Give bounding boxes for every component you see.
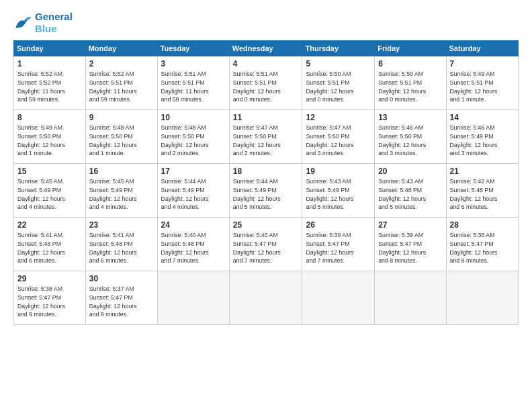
day-info: Sunrise: 5:49 AM Sunset: 5:51 PM Dayligh… [450, 70, 515, 104]
day-info: Sunrise: 5:38 AM Sunset: 5:47 PM Dayligh… [17, 285, 82, 319]
calendar-cell: 28Sunrise: 5:38 AM Sunset: 5:47 PM Dayli… [446, 218, 518, 271]
calendar-header-saturday: Saturday [446, 41, 518, 56]
calendar-cell: 16Sunrise: 5:45 AM Sunset: 5:49 PM Dayli… [85, 164, 157, 218]
day-number: 22 [17, 220, 82, 230]
day-number: 26 [306, 220, 371, 230]
calendar-cell: 23Sunrise: 5:41 AM Sunset: 5:48 PM Dayli… [85, 218, 157, 271]
day-info: Sunrise: 5:43 AM Sunset: 5:48 PM Dayligh… [378, 177, 442, 212]
calendar-cell: 6Sunrise: 5:50 AM Sunset: 5:51 PM Daylig… [375, 56, 446, 110]
calendar-cell: 24Sunrise: 5:40 AM Sunset: 5:48 PM Dayli… [157, 218, 229, 271]
calendar-cell: 12Sunrise: 5:47 AM Sunset: 5:50 PM Dayli… [302, 110, 375, 164]
day-info: Sunrise: 5:42 AM Sunset: 5:48 PM Dayligh… [450, 177, 515, 212]
day-info: Sunrise: 5:38 AM Sunset: 5:47 PM Dayligh… [450, 231, 515, 265]
calendar-week-row: 29Sunrise: 5:38 AM Sunset: 5:47 PM Dayli… [14, 271, 519, 325]
day-number: 23 [89, 220, 154, 230]
day-info: Sunrise: 5:41 AM Sunset: 5:48 PM Dayligh… [17, 231, 82, 265]
day-number: 1 [17, 59, 82, 68]
day-number: 17 [161, 167, 226, 176]
day-number: 21 [450, 167, 515, 176]
calendar-week-row: 1Sunrise: 5:52 AM Sunset: 5:52 PM Daylig… [14, 56, 519, 110]
day-info: Sunrise: 5:50 AM Sunset: 5:51 PM Dayligh… [306, 70, 371, 104]
day-info: Sunrise: 5:46 AM Sunset: 5:49 PM Dayligh… [450, 124, 515, 158]
day-number: 28 [450, 220, 515, 230]
day-number: 29 [17, 274, 82, 283]
day-number: 12 [306, 113, 371, 122]
day-info: Sunrise: 5:39 AM Sunset: 5:47 PM Dayligh… [378, 231, 442, 265]
day-info: Sunrise: 5:48 AM Sunset: 5:50 PM Dayligh… [161, 124, 226, 158]
calendar-cell: 27Sunrise: 5:39 AM Sunset: 5:47 PM Dayli… [375, 218, 446, 271]
calendar-cell [229, 271, 302, 325]
day-number: 16 [89, 167, 154, 176]
day-info: Sunrise: 5:44 AM Sunset: 5:49 PM Dayligh… [161, 177, 226, 212]
day-number: 20 [378, 167, 442, 176]
calendar-cell: 4Sunrise: 5:51 AM Sunset: 5:51 PM Daylig… [229, 56, 302, 110]
day-number: 4 [233, 59, 299, 68]
day-number: 13 [378, 113, 442, 122]
calendar-cell: 9Sunrise: 5:48 AM Sunset: 5:50 PM Daylig… [85, 110, 157, 164]
calendar-cell: 13Sunrise: 5:46 AM Sunset: 5:50 PM Dayli… [375, 110, 446, 164]
calendar-header-sunday: Sunday [14, 41, 86, 56]
day-info: Sunrise: 5:51 AM Sunset: 5:51 PM Dayligh… [233, 70, 299, 104]
day-info: Sunrise: 5:51 AM Sunset: 5:51 PM Dayligh… [161, 70, 226, 104]
day-info: Sunrise: 5:45 AM Sunset: 5:49 PM Dayligh… [89, 177, 154, 212]
day-number: 18 [233, 167, 299, 176]
logo: General Blue [13, 11, 73, 35]
calendar-header-thursday: Thursday [302, 41, 375, 56]
day-info: Sunrise: 5:40 AM Sunset: 5:48 PM Dayligh… [161, 231, 226, 265]
calendar-cell: 29Sunrise: 5:38 AM Sunset: 5:47 PM Dayli… [14, 271, 86, 325]
calendar-cell: 10Sunrise: 5:48 AM Sunset: 5:50 PM Dayli… [157, 110, 229, 164]
calendar-cell: 5Sunrise: 5:50 AM Sunset: 5:51 PM Daylig… [302, 56, 375, 110]
day-number: 3 [161, 59, 226, 68]
day-number: 7 [450, 59, 515, 68]
day-number: 14 [450, 113, 515, 122]
calendar-cell: 2Sunrise: 5:52 AM Sunset: 5:51 PM Daylig… [85, 56, 157, 110]
calendar-week-row: 15Sunrise: 5:45 AM Sunset: 5:49 PM Dayli… [14, 164, 519, 218]
calendar-cell: 14Sunrise: 5:46 AM Sunset: 5:49 PM Dayli… [446, 110, 518, 164]
calendar-cell [375, 271, 446, 325]
calendar-header-monday: Monday [85, 41, 157, 56]
calendar-cell: 21Sunrise: 5:42 AM Sunset: 5:48 PM Dayli… [446, 164, 518, 218]
calendar-cell: 1Sunrise: 5:52 AM Sunset: 5:52 PM Daylig… [14, 56, 86, 110]
calendar-header-wednesday: Wednesday [229, 41, 302, 56]
calendar-cell: 22Sunrise: 5:41 AM Sunset: 5:48 PM Dayli… [14, 218, 86, 271]
calendar-cell: 18Sunrise: 5:44 AM Sunset: 5:49 PM Dayli… [229, 164, 302, 218]
day-info: Sunrise: 5:47 AM Sunset: 5:50 PM Dayligh… [306, 124, 371, 158]
calendar-header-friday: Friday [375, 41, 446, 56]
day-number: 15 [17, 167, 82, 176]
page: General Blue SundayMondayTuesdayWednesda… [0, 0, 532, 411]
calendar-week-row: 22Sunrise: 5:41 AM Sunset: 5:48 PM Dayli… [14, 218, 519, 271]
calendar-cell: 11Sunrise: 5:47 AM Sunset: 5:50 PM Dayli… [229, 110, 302, 164]
logo-icon [13, 13, 32, 32]
day-info: Sunrise: 5:37 AM Sunset: 5:47 PM Dayligh… [89, 285, 154, 319]
header: General Blue [13, 11, 519, 35]
day-info: Sunrise: 5:40 AM Sunset: 5:47 PM Dayligh… [233, 231, 299, 265]
calendar-cell: 30Sunrise: 5:37 AM Sunset: 5:47 PM Dayli… [85, 271, 157, 325]
calendar-cell: 3Sunrise: 5:51 AM Sunset: 5:51 PM Daylig… [157, 56, 229, 110]
calendar-cell [302, 271, 375, 325]
day-number: 2 [89, 59, 154, 68]
day-info: Sunrise: 5:52 AM Sunset: 5:51 PM Dayligh… [89, 70, 154, 104]
calendar-cell: 8Sunrise: 5:49 AM Sunset: 5:50 PM Daylig… [14, 110, 86, 164]
day-info: Sunrise: 5:44 AM Sunset: 5:49 PM Dayligh… [233, 177, 299, 212]
calendar-cell: 20Sunrise: 5:43 AM Sunset: 5:48 PM Dayli… [375, 164, 446, 218]
day-number: 19 [306, 167, 371, 176]
calendar-table: SundayMondayTuesdayWednesdayThursdayFrid… [13, 40, 519, 325]
calendar-cell: 17Sunrise: 5:44 AM Sunset: 5:49 PM Dayli… [157, 164, 229, 218]
day-info: Sunrise: 5:39 AM Sunset: 5:47 PM Dayligh… [306, 231, 371, 265]
day-info: Sunrise: 5:43 AM Sunset: 5:49 PM Dayligh… [306, 177, 371, 212]
calendar-cell [446, 271, 518, 325]
day-number: 11 [233, 113, 299, 122]
day-number: 10 [161, 113, 226, 122]
calendar-week-row: 8Sunrise: 5:49 AM Sunset: 5:50 PM Daylig… [14, 110, 519, 164]
day-info: Sunrise: 5:47 AM Sunset: 5:50 PM Dayligh… [233, 124, 299, 158]
day-number: 25 [233, 220, 299, 230]
day-number: 5 [306, 59, 371, 68]
day-number: 9 [89, 113, 154, 122]
day-info: Sunrise: 5:41 AM Sunset: 5:48 PM Dayligh… [89, 231, 154, 265]
day-number: 6 [378, 59, 442, 68]
day-info: Sunrise: 5:45 AM Sunset: 5:49 PM Dayligh… [17, 177, 82, 212]
day-info: Sunrise: 5:49 AM Sunset: 5:50 PM Dayligh… [17, 124, 82, 158]
calendar-cell: 25Sunrise: 5:40 AM Sunset: 5:47 PM Dayli… [229, 218, 302, 271]
calendar-cell: 15Sunrise: 5:45 AM Sunset: 5:49 PM Dayli… [14, 164, 86, 218]
day-info: Sunrise: 5:50 AM Sunset: 5:51 PM Dayligh… [378, 70, 442, 104]
